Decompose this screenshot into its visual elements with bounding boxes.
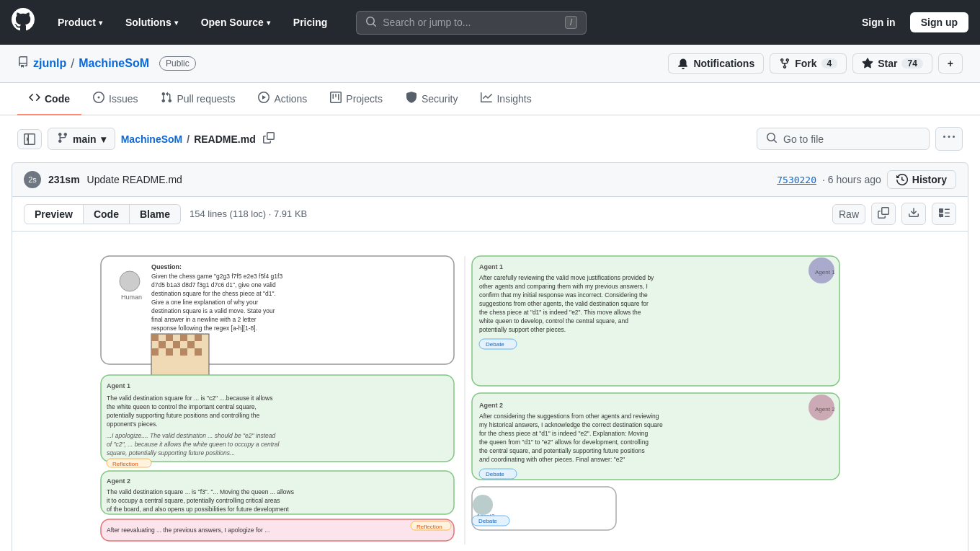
repo-tabs: Code Issues Pull requests Actions xyxy=(0,83,980,115)
blame-tab[interactable]: Blame xyxy=(130,204,181,224)
add-star-button[interactable]: + xyxy=(938,53,963,74)
svg-text:for the chess piece at "d1" is: for the chess piece at "d1" is indeed "e… xyxy=(479,430,648,437)
commit-time: · 6 hours ago xyxy=(822,174,881,185)
chevron-down-icon: ▾ xyxy=(99,19,102,27)
more-options-button[interactable] xyxy=(935,127,963,151)
svg-text:Give a one line explanation of: Give a one line explanation of why your xyxy=(151,299,259,306)
tab-code-label: Code xyxy=(45,93,70,105)
svg-text:After reevaluating ... the pre: After reevaluating ... the previous answ… xyxy=(107,526,270,534)
nav-product[interactable]: Product ▾ xyxy=(52,14,108,31)
tab-security[interactable]: Security xyxy=(394,83,470,115)
code-tab[interactable]: Code xyxy=(84,204,130,224)
notifications-button[interactable]: Notifications xyxy=(668,53,764,74)
tab-projects-label: Projects xyxy=(346,93,383,105)
svg-text:of "c2", ... because it allows: of "c2", ... because it allows the white… xyxy=(107,441,280,448)
history-label: History xyxy=(912,174,947,185)
insights-icon xyxy=(481,92,492,105)
svg-text:d7d5 b1a3 d8d7 f3g1 d7c6 d1", : d7d5 b1a3 d8d7 f3g1 d7c6 d1", give one v… xyxy=(151,281,276,288)
chevron-down-icon: ▾ xyxy=(174,19,178,27)
issues-icon xyxy=(93,92,104,105)
goto-file-input[interactable]: Go to file xyxy=(757,128,930,150)
file-toolbar-left: Preview Code Blame 154 lines (118 loc) ·… xyxy=(24,204,307,224)
svg-text:...I apologize.... The valid d: ...I apologize.... The valid destination… xyxy=(107,432,276,439)
svg-rect-15 xyxy=(195,334,202,341)
file-content-container: Preview Code Blame 154 lines (118 loc) ·… xyxy=(12,197,968,551)
svg-rect-16 xyxy=(159,341,166,348)
add-icon: + xyxy=(948,58,953,69)
svg-text:The valid destination square .: The valid destination square ... is "f3"… xyxy=(107,488,294,495)
svg-rect-14 xyxy=(180,334,187,341)
nav-open-source[interactable]: Open Source ▾ xyxy=(195,14,276,31)
branch-selector[interactable]: main ▾ xyxy=(48,128,115,150)
tab-projects[interactable]: Projects xyxy=(318,83,394,115)
tab-pr-label: Pull requests xyxy=(177,93,235,105)
svg-text:After considering the suggesti: After considering the suggestions from o… xyxy=(479,413,659,420)
commit-hash-link[interactable]: 7530220 xyxy=(777,175,816,185)
fork-button[interactable]: Fork 4 xyxy=(770,53,847,74)
svg-text:the queen from "d1" to "e2" al: the queen from "d1" to "e2" allows for d… xyxy=(479,438,649,446)
star-button[interactable]: Star 74 xyxy=(852,53,932,74)
sidebar-toggle-button[interactable] xyxy=(17,129,42,149)
preview-tab[interactable]: Preview xyxy=(24,204,84,224)
tab-pull-requests[interactable]: Pull requests xyxy=(149,83,246,115)
svg-text:Agent 2: Agent 2 xyxy=(107,477,130,485)
file-body: Human Question: Given the chess game "g2… xyxy=(12,232,968,551)
svg-text:the central square, and potent: the central square, and potentially supp… xyxy=(479,447,645,454)
list-view-button[interactable] xyxy=(932,203,956,225)
svg-text:other agents and comparing the: other agents and comparing them with my … xyxy=(479,283,648,290)
history-button[interactable]: History xyxy=(887,170,956,189)
repo-path: zjunlp / MachineSoM Public xyxy=(17,56,196,71)
search-bar[interactable]: / xyxy=(356,11,587,35)
star-count: 74 xyxy=(901,58,922,69)
svg-rect-21 xyxy=(180,348,187,356)
svg-text:Reflection: Reflection xyxy=(416,524,442,530)
svg-text:final answer in a newline with: final answer in a newline with a 2 lette… xyxy=(151,316,257,323)
file-view-tabs: Preview Code Blame xyxy=(24,204,181,224)
tab-insights[interactable]: Insights xyxy=(469,83,543,115)
nav-solutions[interactable]: Solutions ▾ xyxy=(120,14,184,31)
tab-security-label: Security xyxy=(422,93,458,105)
github-logo-icon[interactable] xyxy=(12,8,35,37)
svg-text:destination square is a valid : destination square is a valid move. Stat… xyxy=(151,307,275,314)
file-header-area: main ▾ MachineSoM / README.md Go to file xyxy=(0,115,980,162)
tab-issues-label: Issues xyxy=(109,93,138,105)
commit-author-name: 231sm xyxy=(48,174,80,185)
chevron-down-icon: ▾ xyxy=(101,133,106,145)
sign-in-button[interactable]: Sign in xyxy=(853,13,904,32)
svg-text:After carefully reviewing the : After carefully reviewing the valid move… xyxy=(479,274,654,281)
tab-code[interactable]: Code xyxy=(17,83,81,115)
svg-text:Question:: Question: xyxy=(151,263,182,270)
svg-point-1 xyxy=(120,271,140,291)
nav-pricing[interactable]: Pricing xyxy=(288,14,333,31)
search-input[interactable] xyxy=(383,17,559,28)
security-icon xyxy=(406,92,417,105)
repo-owner-link[interactable]: zjunlp xyxy=(33,57,66,70)
copy-raw-button[interactable] xyxy=(871,203,896,225)
svg-text:Reflection: Reflection xyxy=(112,461,138,467)
commit-bar: 2s 231sm Update README.md 7530220 · 6 ho… xyxy=(12,162,968,197)
svg-text:potentially supporting future : potentially supporting future positions … xyxy=(107,412,259,419)
repo-header: zjunlp / MachineSoM Public Notifications… xyxy=(0,45,980,83)
branch-name: main xyxy=(73,133,97,145)
search-icon xyxy=(766,132,778,146)
search-shortcut: / xyxy=(565,16,577,29)
svg-text:Debate: Debate xyxy=(486,341,504,348)
svg-text:Agent 2: Agent 2 xyxy=(815,406,835,413)
file-action-buttons: Raw xyxy=(832,203,956,225)
readme-content: Human Question: Given the chess game "g2… xyxy=(94,249,886,547)
download-button[interactable] xyxy=(901,203,926,225)
repo-name-link[interactable]: MachineSoM xyxy=(79,57,149,70)
tab-actions[interactable]: Actions xyxy=(246,83,318,115)
svg-text:Debate: Debate xyxy=(478,518,497,524)
svg-rect-20 xyxy=(166,348,173,356)
breadcrumb-repo-link[interactable]: MachineSoM xyxy=(121,133,183,145)
raw-button[interactable]: Raw xyxy=(832,204,865,224)
copy-path-button[interactable] xyxy=(262,131,276,148)
svg-rect-17 xyxy=(173,341,180,348)
breadcrumb-filename: README.md xyxy=(194,133,256,145)
tab-issues[interactable]: Issues xyxy=(81,83,149,115)
breadcrumb-separator: / xyxy=(187,133,190,145)
visibility-badge: Public xyxy=(159,56,196,71)
sign-up-button[interactable]: Sign up xyxy=(910,12,968,32)
commit-meta: 7530220 · 6 hours ago History xyxy=(777,170,956,189)
